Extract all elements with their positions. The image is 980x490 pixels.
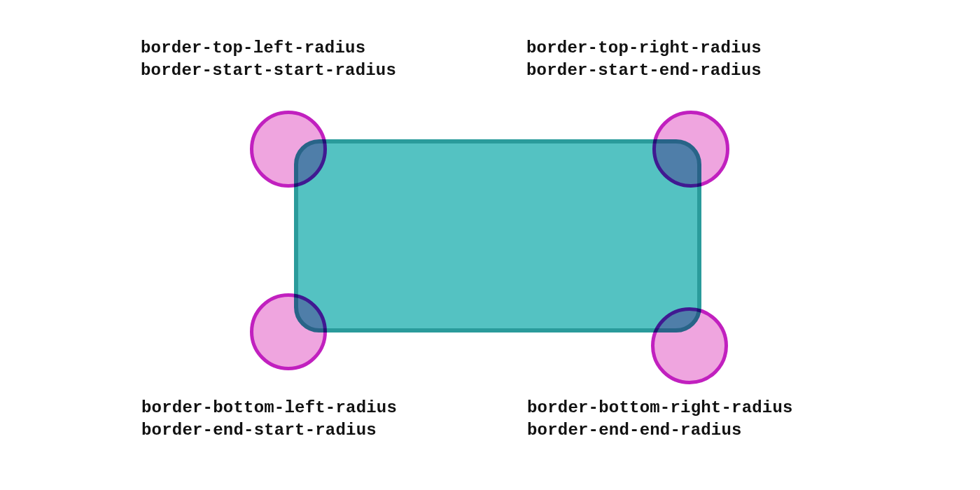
- corner-marker-top-left: [250, 111, 327, 188]
- label-physical: border-top-left-radius: [141, 37, 396, 59]
- rounded-box: [294, 139, 701, 332]
- label-physical: border-bottom-right-radius: [527, 397, 793, 419]
- label-logical: border-end-start-radius: [141, 419, 397, 442]
- label-logical: border-start-start-radius: [141, 59, 396, 82]
- corner-marker-top-right: [652, 111, 729, 188]
- label-bottom-right: border-bottom-right-radius border-end-en…: [527, 397, 793, 442]
- corner-marker-bottom-left: [250, 293, 327, 370]
- corner-marker-bottom-right: [651, 307, 728, 384]
- label-logical: border-end-end-radius: [527, 419, 793, 442]
- diagram-stage: border-top-left-radius border-start-star…: [0, 0, 980, 490]
- label-logical: border-start-end-radius: [526, 59, 762, 82]
- label-physical: border-top-right-radius: [526, 37, 762, 59]
- label-physical: border-bottom-left-radius: [141, 397, 397, 419]
- label-top-left: border-top-left-radius border-start-star…: [141, 37, 396, 83]
- label-top-right: border-top-right-radius border-start-end…: [526, 37, 762, 83]
- label-bottom-left: border-bottom-left-radius border-end-sta…: [141, 397, 397, 442]
